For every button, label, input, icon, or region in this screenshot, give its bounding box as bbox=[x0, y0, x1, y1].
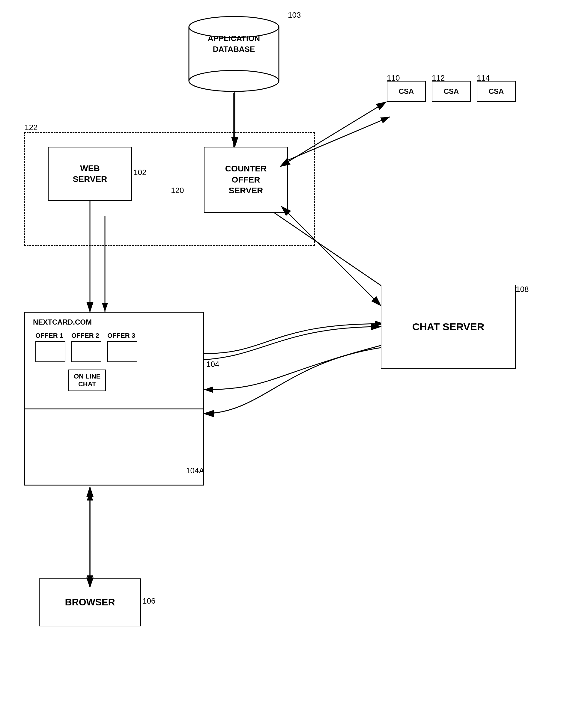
ref-106: 106 bbox=[143, 596, 155, 606]
csa1-box: CSA bbox=[387, 81, 426, 102]
counter-offer-server-box: COUNTEROFFERSERVER bbox=[204, 147, 288, 213]
app-db-label: APPLICATIONDATABASE bbox=[208, 34, 260, 54]
ref-120: 120 bbox=[171, 186, 184, 195]
ref-108: 108 bbox=[516, 285, 529, 294]
ref-112: 112 bbox=[432, 73, 445, 83]
offer3-box bbox=[107, 341, 137, 362]
application-database: APPLICATIONDATABASE bbox=[186, 9, 282, 93]
nextcard-lower-area bbox=[25, 409, 203, 485]
ref-122: 122 bbox=[24, 123, 38, 132]
ref-114: 114 bbox=[477, 73, 490, 83]
csa3-label: CSA bbox=[489, 86, 504, 96]
online-chat-button[interactable]: ON LINECHAT bbox=[68, 369, 106, 391]
counter-offer-label: COUNTEROFFERSERVER bbox=[225, 163, 267, 196]
ref-110: 110 bbox=[387, 73, 400, 83]
offer1-label: OFFER 1 bbox=[35, 332, 65, 340]
svg-point-11 bbox=[189, 70, 279, 92]
diagram: APPLICATIONDATABASE 103 122 WEBSERVER 10… bbox=[0, 0, 588, 704]
offer3-label: OFFER 3 bbox=[107, 332, 137, 340]
offer1-box bbox=[35, 341, 65, 362]
online-chat-label: ON LINECHAT bbox=[74, 372, 100, 388]
offers-row: OFFER 1 OFFER 2 OFFER 3 bbox=[30, 329, 199, 365]
nextcard-inner: NEXTCARD.COM OFFER 1 OFFER 2 OFFER 3 bbox=[25, 312, 203, 485]
ref-102: 102 bbox=[133, 168, 146, 177]
ref-104a: 104A bbox=[186, 466, 204, 475]
offer2-group: OFFER 2 bbox=[71, 332, 101, 362]
csa3-box: CSA bbox=[477, 81, 516, 102]
csa2-box: CSA bbox=[432, 81, 471, 102]
nextcard-header: NEXTCARD.COM bbox=[30, 315, 199, 329]
csa2-label: CSA bbox=[444, 86, 459, 96]
csa1-label: CSA bbox=[399, 86, 414, 96]
offer2-label: OFFER 2 bbox=[71, 332, 101, 340]
ref-104: 104 bbox=[206, 360, 219, 369]
browser-box: BROWSER bbox=[39, 578, 141, 626]
chat-server-box: CHAT SERVER bbox=[381, 285, 516, 369]
offer3-group: OFFER 3 bbox=[107, 332, 137, 362]
offer1-group: OFFER 1 bbox=[35, 332, 65, 362]
nextcard-box: NEXTCARD.COM OFFER 1 OFFER 2 OFFER 3 bbox=[24, 312, 204, 485]
browser-label: BROWSER bbox=[65, 596, 115, 609]
web-server-box: WEBSERVER bbox=[48, 147, 132, 201]
web-server-label: WEBSERVER bbox=[73, 163, 107, 185]
offer2-box bbox=[71, 341, 101, 362]
ref-103: 103 bbox=[288, 10, 301, 20]
chat-server-label: CHAT SERVER bbox=[412, 320, 485, 333]
